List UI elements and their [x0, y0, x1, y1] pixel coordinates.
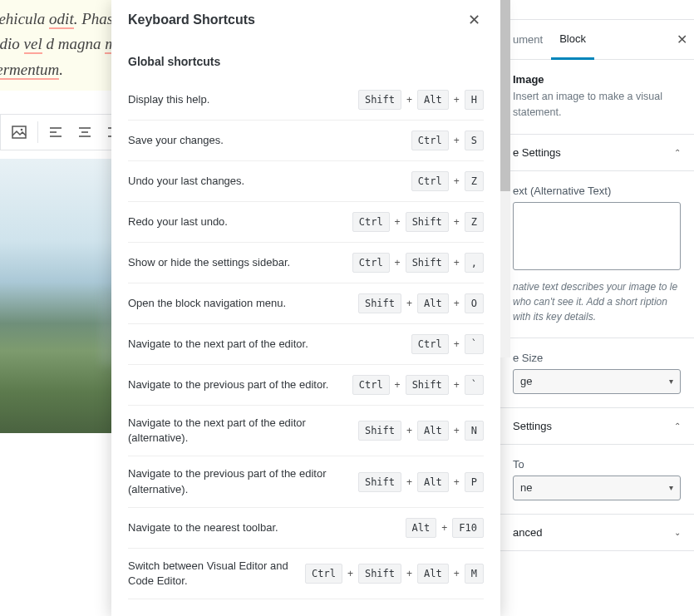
key-alt: Alt [417, 564, 449, 584]
shortcut-row: Switch between Visual Editor and Code Ed… [128, 549, 484, 599]
key-ctrl: Ctrl [411, 334, 449, 354]
alt-label: ext (Alternative Text) [513, 185, 681, 197]
plus: + [395, 379, 401, 391]
key-shift: Shift [358, 293, 401, 313]
plus: + [454, 257, 460, 269]
plus: + [406, 568, 412, 579]
key-shift: Shift [358, 564, 401, 584]
key-shift: Shift [358, 90, 401, 110]
panel-link-settings[interactable]: Settings ⌃ [500, 408, 694, 445]
panel-size: e Size ge ▾ [500, 338, 694, 408]
panel-title: Settings [513, 420, 552, 432]
key-alt: Alt [417, 90, 449, 110]
key-f10: F10 [452, 518, 484, 538]
shortcut-row: Navigate to the next part of the editor.… [128, 324, 484, 365]
key-alt: Alt [417, 293, 449, 313]
svg-point-1 [21, 129, 23, 131]
shortcut-desc: Navigate to the previous part of the edi… [128, 377, 344, 392]
plus: + [406, 476, 412, 488]
shortcut-row: Navigate to the nearest toolbar.Alt+F10 [128, 508, 484, 549]
scrollbar-track[interactable] [500, 0, 510, 357]
align-center-icon[interactable] [71, 118, 99, 146]
key-o: O [465, 293, 484, 313]
key-shift: Shift [406, 375, 449, 395]
key-alt: Alt [417, 472, 449, 492]
shortcut-keys: Ctrl+Shift+` [352, 375, 484, 395]
shortcut-keys: Ctrl+` [411, 334, 484, 354]
plus: + [395, 257, 401, 269]
panel-image-settings[interactable]: e Settings ⌃ [500, 135, 694, 171]
block-desc: Insert an image to make a visual stateme… [513, 89, 681, 121]
key-p: P [465, 472, 484, 492]
shortcut-keys: Ctrl+Shift+, [352, 253, 484, 273]
key-m: M [465, 564, 484, 584]
key-s: S [465, 131, 484, 150]
plus: + [454, 379, 460, 391]
block-card: Image Insert an image to make a visual s… [500, 60, 694, 135]
key-`: ` [465, 375, 484, 395]
key-h: H [465, 90, 484, 110]
key-ctrl: Ctrl [352, 375, 390, 395]
shortcut-desc: Undo your last changes. [128, 174, 403, 189]
key-,: , [465, 253, 484, 273]
shortcut-row: Open the block navigation menu.Shift+Alt… [128, 283, 484, 324]
block-title: Image [513, 73, 681, 86]
chevron-up-icon: ⌃ [674, 148, 681, 157]
shortcut-keys: Ctrl+Z [411, 171, 484, 191]
shortcut-desc: Switch between Visual Editor and Code Ed… [128, 559, 297, 589]
panel-advanced[interactable]: anced ⌄ [500, 515, 694, 551]
toolbar-separator [37, 121, 38, 143]
plus: + [454, 476, 460, 488]
key-alt: Alt [406, 518, 437, 538]
plus: + [454, 298, 460, 309]
link-select[interactable]: ne ▾ [513, 476, 681, 500]
key-ctrl: Ctrl [305, 564, 342, 584]
chevron-down-icon: ▾ [669, 483, 673, 492]
plus: + [406, 94, 412, 106]
plus: + [454, 216, 460, 228]
plus: + [347, 568, 353, 579]
align-left-icon[interactable] [42, 118, 70, 146]
close-sidebar-icon[interactable]: ✕ [677, 32, 687, 47]
shortcut-row: Navigate to the next part of the editor … [128, 406, 484, 456]
tab-document[interactable]: ument [505, 20, 551, 60]
link-label: To [513, 458, 681, 471]
shortcut-row: Display this help.Shift+Alt+H [128, 80, 484, 121]
svg-rect-0 [12, 126, 26, 138]
plus: + [454, 425, 460, 436]
plus: + [395, 216, 401, 228]
chevron-down-icon: ▾ [669, 377, 673, 386]
key-ctrl: Ctrl [352, 253, 390, 273]
key-n: N [465, 421, 484, 441]
link-value: ne [520, 481, 532, 494]
shortcut-desc: Navigate to the nearest toolbar. [128, 520, 397, 535]
tab-block[interactable]: Block [551, 20, 594, 60]
plus: + [406, 425, 412, 436]
alt-text-field[interactable] [513, 202, 681, 270]
size-select[interactable]: ge ▾ [513, 369, 681, 394]
shortcut-keys: Alt+F10 [406, 518, 484, 538]
image-icon[interactable] [6, 118, 33, 146]
shortcut-keys: Ctrl+Shift+Alt+M [305, 564, 484, 584]
section-title-global: Global shortcuts [128, 55, 484, 68]
settings-sidebar: ument Block ✕ Image Insert an image to m… [499, 0, 694, 616]
panel-link: To ne ▾ [500, 445, 694, 515]
shortcut-desc: Navigate to the next part of the editor … [128, 416, 350, 446]
key-shift: Shift [406, 253, 449, 273]
shortcut-keys: Shift+Alt+N [358, 421, 484, 441]
shortcut-keys: Shift+Alt+O [358, 293, 484, 313]
shortcut-desc: Navigate to the next part of the editor. [128, 337, 403, 352]
key-shift: Shift [358, 472, 401, 492]
plus: + [441, 522, 447, 534]
size-value: ge [520, 375, 532, 387]
scrollbar-thumb[interactable] [500, 0, 510, 191]
key-z: Z [465, 171, 484, 191]
shortcut-row: Navigate to the previous part of the edi… [128, 456, 484, 507]
shortcut-row: Redo your last undo.Ctrl+Shift+Z [128, 202, 484, 243]
shortcut-keys: Shift+Alt+H [358, 90, 484, 110]
plus: + [454, 338, 460, 350]
key-ctrl: Ctrl [352, 212, 390, 232]
shortcut-desc: Display this help. [128, 92, 350, 107]
shortcut-desc: Navigate to the previous part of the edi… [128, 466, 350, 496]
close-modal-button[interactable]: ✕ [462, 8, 485, 32]
